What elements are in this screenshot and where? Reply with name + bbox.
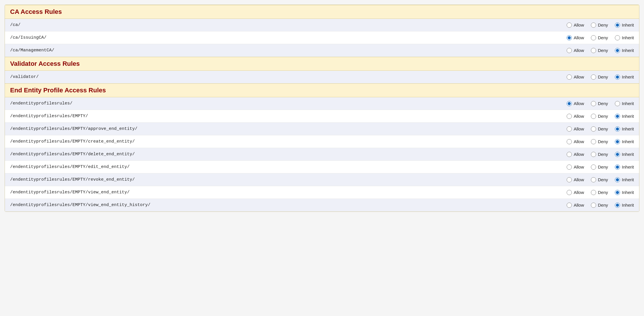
radio-input-eep-create-allow[interactable]	[567, 139, 572, 144]
radio-option-eep-root-deny[interactable]: Deny	[591, 101, 608, 106]
radio-option-eep-edit-allow[interactable]: Allow	[567, 164, 584, 170]
radio-option-eep-empty-allow[interactable]: Allow	[567, 114, 584, 119]
radio-option-ca-issuingca-inherit[interactable]: Inherit	[615, 35, 634, 40]
radio-option-eep-view-inherit[interactable]: Inherit	[615, 190, 634, 195]
radio-option-eep-create-inherit[interactable]: Inherit	[615, 139, 634, 144]
rule-path-eep-root: /endentityprofilesrules/	[10, 101, 72, 106]
radio-input-eep-approve-deny[interactable]	[591, 126, 596, 132]
radio-input-eep-view-deny[interactable]	[591, 190, 596, 195]
radio-option-eep-view-history-allow[interactable]: Allow	[567, 203, 584, 208]
radio-option-eep-delete-deny[interactable]: Deny	[591, 152, 608, 157]
radio-option-ca-root-deny[interactable]: Deny	[591, 23, 608, 28]
rule-row-eep-root: /endentityprofilesrules/AllowDenyInherit	[5, 97, 639, 110]
radio-label-text-eep-edit-deny: Deny	[598, 164, 608, 169]
radio-input-eep-root-allow[interactable]	[567, 101, 572, 106]
rule-path-eep-revoke: /endentityprofilesrules/EMPTY/revoke_end…	[10, 177, 135, 182]
radio-input-validator-root-deny[interactable]	[591, 74, 596, 80]
radio-option-ca-root-inherit[interactable]: Inherit	[615, 23, 634, 28]
radio-option-eep-view-allow[interactable]: Allow	[567, 190, 584, 195]
rule-path-validator-root: /validator/	[10, 74, 39, 79]
rule-path-eep-empty: /endentityprofilesrules/EMPTY/	[10, 114, 88, 119]
radio-input-ca-issuingca-deny[interactable]	[591, 35, 596, 40]
radio-label-text-ca-managementca-allow: Allow	[574, 48, 584, 53]
rule-path-ca-issuingca: /ca/IssuingCA/	[10, 35, 46, 40]
radio-input-ca-issuingca-allow[interactable]	[567, 35, 572, 40]
radio-label-text-ca-root-deny: Deny	[598, 23, 608, 27]
rule-row-eep-approve: /endentityprofilesrules/EMPTY/approve_en…	[5, 123, 639, 135]
radio-input-eep-empty-deny[interactable]	[591, 114, 596, 119]
section-title-end-entity-profile-access-rules: End Entity Profile Access Rules	[10, 87, 634, 94]
radio-option-ca-issuingca-deny[interactable]: Deny	[591, 35, 608, 40]
radio-input-eep-delete-deny[interactable]	[591, 152, 596, 157]
radio-input-ca-managementca-allow[interactable]	[567, 48, 572, 53]
radio-option-validator-root-inherit[interactable]: Inherit	[615, 74, 634, 80]
radio-input-ca-root-inherit[interactable]	[615, 23, 620, 28]
radio-option-eep-revoke-deny[interactable]: Deny	[591, 177, 608, 182]
radio-option-eep-edit-inherit[interactable]: Inherit	[615, 164, 634, 170]
radio-input-eep-revoke-deny[interactable]	[591, 177, 596, 182]
radio-option-validator-root-deny[interactable]: Deny	[591, 74, 608, 80]
radio-option-eep-edit-deny[interactable]: Deny	[591, 164, 608, 170]
radio-label-text-eep-delete-deny: Deny	[598, 152, 608, 157]
radio-input-ca-root-allow[interactable]	[567, 23, 572, 28]
radio-input-eep-delete-inherit[interactable]	[615, 152, 620, 157]
radio-option-eep-create-allow[interactable]: Allow	[567, 139, 584, 144]
radio-option-ca-root-allow[interactable]: Allow	[567, 23, 584, 28]
radio-option-eep-root-allow[interactable]: Allow	[567, 101, 584, 106]
radio-input-eep-delete-allow[interactable]	[567, 152, 572, 157]
radio-option-ca-managementca-allow[interactable]: Allow	[567, 48, 584, 53]
radio-input-ca-root-deny[interactable]	[591, 23, 596, 28]
radio-input-eep-root-inherit[interactable]	[615, 101, 620, 106]
radio-option-eep-create-deny[interactable]: Deny	[591, 139, 608, 144]
rule-row-eep-view-history: /endentityprofilesrules/EMPTY/view_end_e…	[5, 199, 639, 212]
radio-option-eep-empty-inherit[interactable]: Inherit	[615, 114, 634, 119]
radio-input-eep-empty-allow[interactable]	[567, 114, 572, 119]
section-header-end-entity-profile-access-rules: End Entity Profile Access Rules	[5, 83, 639, 97]
radio-input-ca-issuingca-inherit[interactable]	[615, 35, 620, 40]
radio-option-eep-approve-inherit[interactable]: Inherit	[615, 126, 634, 132]
radio-option-eep-view-deny[interactable]: Deny	[591, 190, 608, 195]
radio-input-eep-view-inherit[interactable]	[615, 190, 620, 195]
radio-input-ca-managementca-inherit[interactable]	[615, 48, 620, 53]
radio-option-ca-managementca-inherit[interactable]: Inherit	[615, 48, 634, 53]
radio-input-eep-view-history-deny[interactable]	[591, 203, 596, 208]
radio-input-eep-revoke-inherit[interactable]	[615, 177, 620, 182]
radio-input-eep-edit-allow[interactable]	[567, 164, 572, 170]
rule-path-eep-view-history: /endentityprofilesrules/EMPTY/view_end_e…	[10, 203, 150, 207]
radio-input-ca-managementca-deny[interactable]	[591, 48, 596, 53]
radio-input-eep-approve-allow[interactable]	[567, 126, 572, 132]
radio-option-validator-root-allow[interactable]: Allow	[567, 74, 584, 80]
radio-option-eep-view-history-deny[interactable]: Deny	[591, 203, 608, 208]
radio-input-eep-view-history-allow[interactable]	[567, 203, 572, 208]
radio-input-validator-root-inherit[interactable]	[615, 74, 620, 80]
radio-input-validator-root-allow[interactable]	[567, 74, 572, 80]
radio-label-text-eep-create-deny: Deny	[598, 139, 608, 144]
rule-row-eep-create: /endentityprofilesrules/EMPTY/create_end…	[5, 135, 639, 148]
radio-input-eep-view-allow[interactable]	[567, 190, 572, 195]
radio-input-eep-edit-inherit[interactable]	[615, 164, 620, 170]
radio-option-eep-revoke-inherit[interactable]: Inherit	[615, 177, 634, 182]
radio-label-text-eep-empty-allow: Allow	[574, 114, 584, 119]
radio-option-eep-delete-inherit[interactable]: Inherit	[615, 152, 634, 157]
radio-input-eep-create-inherit[interactable]	[615, 139, 620, 144]
radio-input-eep-view-history-inherit[interactable]	[615, 203, 620, 208]
radio-label-text-eep-approve-allow: Allow	[574, 126, 584, 131]
radio-input-eep-approve-inherit[interactable]	[615, 126, 620, 132]
radio-option-eep-revoke-allow[interactable]: Allow	[567, 177, 584, 182]
radio-input-eep-root-deny[interactable]	[591, 101, 596, 106]
radio-group-ca-issuingca: AllowDenyInherit	[567, 35, 634, 40]
radio-option-eep-approve-deny[interactable]: Deny	[591, 126, 608, 132]
radio-input-eep-empty-inherit[interactable]	[615, 114, 620, 119]
radio-input-eep-create-deny[interactable]	[591, 139, 596, 144]
radio-group-eep-empty: AllowDenyInherit	[567, 114, 634, 119]
radio-option-eep-approve-allow[interactable]: Allow	[567, 126, 584, 132]
radio-input-eep-revoke-allow[interactable]	[567, 177, 572, 182]
radio-option-ca-issuingca-allow[interactable]: Allow	[567, 35, 584, 40]
radio-option-eep-root-inherit[interactable]: Inherit	[615, 101, 634, 106]
radio-option-eep-empty-deny[interactable]: Deny	[591, 114, 608, 119]
radio-group-ca-managementca: AllowDenyInherit	[567, 48, 634, 53]
radio-input-eep-edit-deny[interactable]	[591, 164, 596, 170]
radio-option-eep-view-history-inherit[interactable]: Inherit	[615, 203, 634, 208]
radio-option-eep-delete-allow[interactable]: Allow	[567, 152, 584, 157]
radio-option-ca-managementca-deny[interactable]: Deny	[591, 48, 608, 53]
